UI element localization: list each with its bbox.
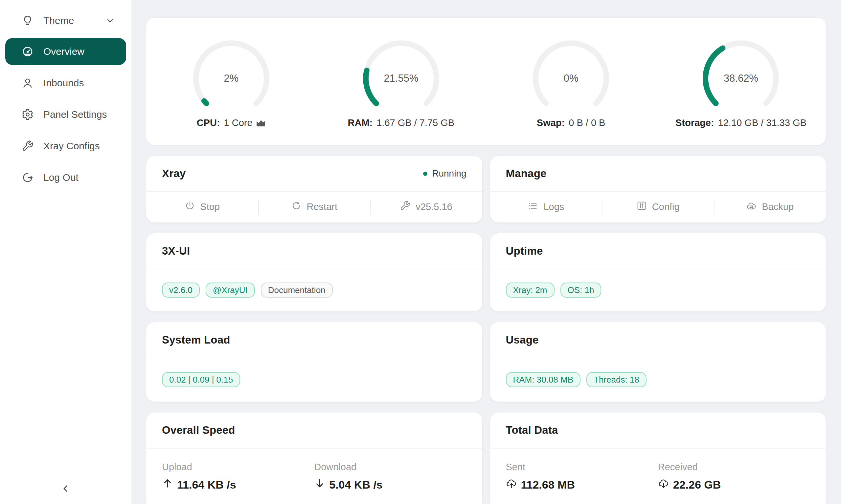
sidebar-item-xray-configs[interactable]: Xray Configs bbox=[5, 132, 126, 160]
power-icon bbox=[185, 200, 195, 213]
xray-uptime-tag: Xray: 2m bbox=[506, 283, 554, 298]
manage-logs-button[interactable]: Logs bbox=[490, 192, 602, 222]
storage-percent: 38.62% bbox=[700, 37, 782, 120]
sliders-icon bbox=[636, 200, 647, 213]
arrow-up-icon bbox=[162, 478, 173, 491]
xray-stop-button[interactable]: Stop bbox=[146, 192, 258, 222]
ram-usage-tag: RAM: 30.08 MB bbox=[506, 372, 581, 387]
upload-speed: Upload 11.64 KB /s bbox=[162, 462, 314, 491]
sidebar-item-panel-settings[interactable]: Panel Settings bbox=[5, 101, 126, 128]
logout-icon bbox=[22, 172, 34, 183]
threex-ui-card: 3X-UI v2.6.0 @XrayUI Documentation bbox=[146, 233, 483, 312]
load-average-tag: 0.02 | 0.09 | 0.15 bbox=[162, 372, 240, 387]
manage-card-title: Manage bbox=[506, 167, 547, 180]
threads-tag: Threads: 18 bbox=[586, 372, 647, 387]
sidebar-item-label: Theme bbox=[44, 15, 74, 26]
sidebar-item-label: Panel Settings bbox=[44, 109, 107, 120]
chevron-down-icon bbox=[105, 16, 115, 25]
xray-version-button[interactable]: v25.5.16 bbox=[370, 192, 482, 222]
system-load-card-title: System Load bbox=[162, 334, 230, 346]
download-speed: Download 5.04 KB /s bbox=[314, 462, 466, 491]
swap-percent: 0% bbox=[530, 37, 612, 120]
xray-card-title: Xray bbox=[162, 167, 186, 180]
gear-icon bbox=[22, 109, 34, 121]
dashboard-icon bbox=[22, 46, 34, 57]
uptime-card: Uptime Xray: 2m OS: 1h bbox=[490, 233, 826, 312]
uptime-card-title: Uptime bbox=[506, 245, 543, 257]
telegram-tag[interactable]: @XrayUI bbox=[206, 283, 255, 298]
sidebar-item-theme[interactable]: Theme bbox=[5, 8, 126, 34]
system-load-card: System Load 0.02 | 0.09 | 0.15 bbox=[146, 322, 483, 402]
received-label: Received bbox=[658, 462, 810, 472]
sidebar-item-label: Log Out bbox=[44, 172, 79, 183]
manage-card: Manage Logs Config bbox=[490, 156, 826, 223]
os-uptime-tag: OS: 1h bbox=[561, 283, 601, 298]
list-icon bbox=[528, 200, 538, 213]
sent-data: Sent 112.68 MB bbox=[506, 462, 658, 491]
sidebar-collapse-button[interactable] bbox=[0, 483, 132, 496]
xray-status: Running bbox=[423, 168, 466, 179]
sidebar-item-label: Overview bbox=[44, 46, 84, 57]
main-content: 2% CPU: 1 Core 21.55% RAM: 1.67 GB / 7.7… bbox=[132, 0, 841, 504]
cpu-percent: 2% bbox=[190, 37, 272, 120]
wrench-icon bbox=[22, 140, 34, 152]
overall-speed-card-title: Overall Speed bbox=[162, 424, 235, 436]
documentation-tag[interactable]: Documentation bbox=[261, 283, 333, 298]
sent-label: Sent bbox=[506, 462, 658, 472]
total-data-card-title: Total Data bbox=[506, 424, 558, 436]
sidebar-item-inbounds[interactable]: Inbounds bbox=[5, 70, 126, 96]
arrow-down-icon bbox=[314, 478, 325, 491]
running-status-dot bbox=[423, 172, 427, 176]
swap-gauge: 0% Swap: 0 B / 0 B bbox=[486, 35, 656, 128]
system-stats-card: 2% CPU: 1 Core 21.55% RAM: 1.67 GB / 7.7… bbox=[146, 17, 826, 145]
usage-card: Usage RAM: 30.08 MB Threads: 18 bbox=[490, 322, 826, 402]
sidebar-item-label: Xray Configs bbox=[44, 141, 100, 151]
usage-card-title: Usage bbox=[506, 334, 539, 346]
overall-speed-card: Overall Speed Upload 11.64 KB /s Downloa… bbox=[146, 412, 483, 504]
total-data-card: Total Data Sent 112.68 MB Received bbox=[490, 412, 826, 504]
manage-backup-button[interactable]: Backup bbox=[714, 192, 826, 222]
sidebar-item-label: Inbounds bbox=[44, 77, 84, 89]
version-tag[interactable]: v2.6.0 bbox=[162, 283, 200, 298]
ram-gauge: 21.55% RAM: 1.67 GB / 7.75 GB bbox=[316, 35, 486, 128]
upload-value: 11.64 KB /s bbox=[177, 479, 236, 491]
sidebar-item-overview[interactable]: Overview bbox=[5, 38, 126, 65]
threex-ui-card-title: 3X-UI bbox=[162, 245, 190, 257]
storage-gauge: 38.62% Storage: 12.10 GB / 31.33 GB bbox=[656, 35, 826, 128]
ram-percent: 21.55% bbox=[360, 37, 442, 120]
sidebar: Theme Overview Inbounds Panel Settings X… bbox=[0, 0, 132, 504]
cloud-upload-icon bbox=[506, 478, 517, 491]
upload-label: Upload bbox=[162, 462, 314, 472]
reload-icon bbox=[291, 200, 302, 213]
received-data: Received 22.26 GB bbox=[658, 462, 810, 491]
sidebar-item-log-out[interactable]: Log Out bbox=[5, 164, 126, 191]
cpu-gauge: 2% CPU: 1 Core bbox=[146, 35, 316, 128]
xray-restart-button[interactable]: Restart bbox=[258, 192, 370, 222]
manage-config-button[interactable]: Config bbox=[602, 192, 714, 222]
download-value: 5.04 KB /s bbox=[329, 479, 383, 491]
download-label: Download bbox=[314, 462, 466, 472]
sent-value: 112.68 MB bbox=[521, 479, 575, 491]
chevron-left-icon bbox=[60, 483, 71, 496]
xray-card: Xray Running Stop Restart bbox=[146, 156, 483, 223]
user-icon bbox=[22, 77, 34, 89]
cloud-download-icon bbox=[658, 478, 669, 491]
cpu-chart-icon[interactable] bbox=[256, 119, 266, 127]
lightbulb-icon bbox=[22, 15, 34, 26]
received-value: 22.26 GB bbox=[673, 479, 721, 491]
cloud-server-icon bbox=[746, 200, 757, 213]
running-status-label: Running bbox=[432, 168, 466, 179]
wrench-icon bbox=[400, 200, 410, 213]
